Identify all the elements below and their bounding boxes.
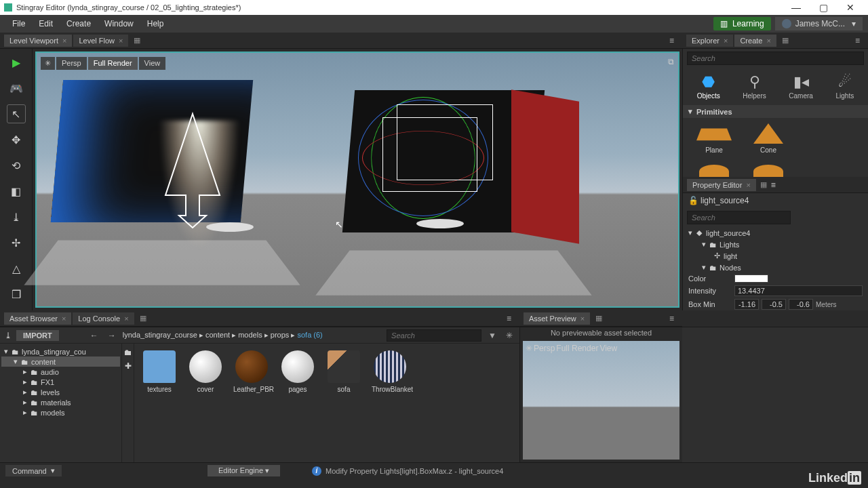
play-button[interactable]: ▶ <box>7 53 26 72</box>
close-icon[interactable]: × <box>62 314 66 323</box>
layers-tool[interactable]: ❒ <box>7 285 26 304</box>
select-tool[interactable]: ↖ <box>7 104 26 123</box>
menu-file[interactable]: File <box>5 16 32 31</box>
nav-forward-button[interactable]: → <box>105 331 119 340</box>
view-menu-button[interactable]: View <box>139 57 166 70</box>
add-tab-button[interactable]: ▦ <box>591 312 606 325</box>
import-button[interactable]: IMPORT <box>16 330 59 341</box>
render-mode-button[interactable]: Full Render <box>88 57 138 70</box>
add-tab-button[interactable]: ▦ <box>136 312 151 325</box>
panel-menu-icon[interactable]: ≡ <box>851 36 864 45</box>
measure-tool[interactable]: △ <box>7 259 26 278</box>
primitives-section-header[interactable]: ▾Primitives <box>683 105 868 118</box>
new-folder-icon[interactable]: 🖿 <box>124 348 132 357</box>
tab-level-flow[interactable]: Level Flow× <box>73 35 128 47</box>
boxmin-x-input[interactable]: -1.16 <box>734 299 759 310</box>
category-camera[interactable]: ▮◂Camera <box>789 73 813 100</box>
tree-row[interactable]: ▸🖿levels <box>1 387 120 397</box>
close-icon[interactable]: × <box>580 314 585 323</box>
user-menu[interactable]: James McC... <box>775 17 863 30</box>
tree-row[interactable]: ▾🖿content <box>1 357 120 367</box>
menu-create[interactable]: Create <box>60 16 98 31</box>
add-tab-button[interactable]: ▦ <box>130 34 144 47</box>
close-icon[interactable]: × <box>766 37 770 45</box>
tab-asset-preview[interactable]: Asset Preview× <box>524 312 590 325</box>
preview-settings-button[interactable]: ✳ <box>526 344 532 353</box>
asset-item[interactable]: Leather_PBR <box>233 350 270 393</box>
learning-button[interactable]: ▥ Learning <box>713 17 771 30</box>
asset-item[interactable]: cover <box>187 350 224 393</box>
color-swatch[interactable] <box>734 274 768 283</box>
engine-selector[interactable]: Editor Engine <box>208 465 280 476</box>
asset-item[interactable]: sofa <box>326 350 362 393</box>
category-objects[interactable]: ⬣Objects <box>697 73 720 100</box>
breadcrumb[interactable]: lynda_stingray_course ▸ content ▸ models… <box>123 331 323 340</box>
rotate-tool[interactable]: ⟲ <box>7 156 26 175</box>
move-tool[interactable]: ✥ <box>7 130 26 149</box>
viewport-settings-button[interactable]: ✳ <box>41 57 55 70</box>
minimize-button[interactable]: — <box>783 0 810 15</box>
primitive-cone[interactable]: Cone <box>753 123 783 154</box>
preview-persp-button[interactable]: Persp <box>534 344 555 353</box>
tree-row[interactable]: ▾🖿lynda_stingray_cou <box>1 346 120 357</box>
new-asset-icon[interactable]: ✚ <box>124 361 132 371</box>
category-helpers[interactable]: ⚲Helpers <box>743 73 766 100</box>
intensity-input[interactable]: 13.4437 <box>734 285 863 296</box>
close-icon[interactable]: × <box>724 37 728 45</box>
command-menu[interactable]: Command <box>5 465 62 476</box>
lock-icon[interactable]: 🔓 <box>688 196 696 205</box>
gear-icon[interactable]: ✳ <box>503 331 515 340</box>
tab-asset-browser[interactable]: Asset Browser× <box>4 312 71 325</box>
chevron-down-icon[interactable]: ▾ <box>702 240 706 249</box>
close-icon[interactable]: × <box>746 181 750 189</box>
tab-explorer[interactable]: Explorer× <box>686 35 733 47</box>
chevron-down-icon[interactable]: ▾ <box>688 228 692 237</box>
close-icon[interactable]: × <box>119 37 123 45</box>
place-tool[interactable]: ⤓ <box>7 207 26 226</box>
asset-item[interactable]: textures <box>141 350 178 393</box>
add-tab-button[interactable]: ▦ <box>756 178 771 191</box>
tab-property-editor[interactable]: Property Editor× <box>687 179 756 191</box>
close-button[interactable]: ✕ <box>837 0 864 15</box>
asset-item[interactable]: pages <box>279 350 316 393</box>
tree-row[interactable]: ▸🖿models <box>1 407 120 418</box>
nav-back-button[interactable]: ← <box>87 331 101 340</box>
close-icon[interactable]: × <box>62 37 66 45</box>
tab-log-console[interactable]: Log Console× <box>73 312 134 325</box>
primitive-plane[interactable]: Plane <box>699 123 729 154</box>
filter-icon[interactable]: ▼ <box>486 331 499 340</box>
primitive-sphere[interactable] <box>699 165 729 177</box>
tree-row[interactable]: ▸🖿materials <box>1 397 120 407</box>
asset-item[interactable]: ThrowBlanket <box>372 350 408 393</box>
tree-row[interactable]: ▸🖿FX1 <box>1 377 120 387</box>
chevron-down-icon[interactable]: ▾ <box>702 263 706 272</box>
preview-viewport[interactable]: ✳ Persp Full Render View <box>523 341 679 460</box>
tree-row[interactable]: ▸🖿audio <box>1 367 120 377</box>
category-lights[interactable]: ☄Lights <box>835 73 854 100</box>
level-viewport[interactable]: ✳ Persp Full Render View ⧉ <box>35 52 679 308</box>
panel-menu-icon[interactable]: ≡ <box>502 314 515 323</box>
boxmin-y-input[interactable]: -0.5 <box>762 299 786 310</box>
test-button[interactable]: 🎮 <box>7 79 26 98</box>
create-search-input[interactable] <box>687 52 864 65</box>
maximize-button[interactable]: ▢ <box>810 0 837 15</box>
tab-level-viewport[interactable]: Level Viewport× <box>4 35 72 47</box>
add-tab-button[interactable]: ▦ <box>778 34 793 47</box>
panel-menu-icon[interactable]: ≡ <box>665 314 678 323</box>
boxmin-z-input[interactable]: -0.6 <box>789 299 813 310</box>
panel-menu-icon[interactable]: ≡ <box>665 36 678 45</box>
menu-help[interactable]: Help <box>140 16 171 31</box>
asset-search-input[interactable] <box>387 329 481 342</box>
maximize-viewport-icon[interactable]: ⧉ <box>668 57 674 66</box>
scale-tool[interactable]: ◧ <box>7 182 26 201</box>
close-icon[interactable]: × <box>124 314 128 323</box>
camera-persp-button[interactable]: Persp <box>56 57 87 70</box>
property-search-input[interactable] <box>687 211 791 224</box>
snap-tool[interactable]: ✢ <box>7 233 26 252</box>
primitive-dome[interactable] <box>753 165 783 177</box>
preview-render-button[interactable]: Full Render <box>556 344 598 353</box>
menu-window[interactable]: Window <box>98 16 140 31</box>
panel-menu-icon[interactable]: ≡ <box>771 180 776 190</box>
tab-create[interactable]: Create× <box>734 35 776 47</box>
preview-view-button[interactable]: View <box>599 344 617 353</box>
